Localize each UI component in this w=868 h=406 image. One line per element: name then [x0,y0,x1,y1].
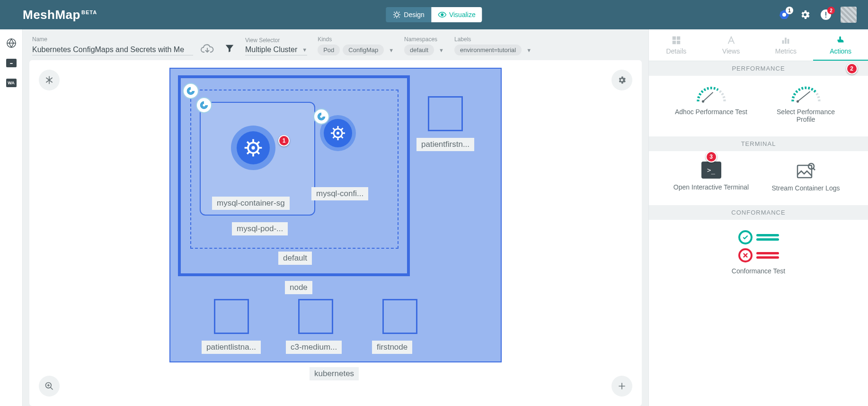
meshery-badge-cm [313,108,329,125]
view-selector[interactable]: Multiple Cluster ▼ [245,45,307,55]
bottom-node-2[interactable] [382,299,417,334]
open-terminal[interactable]: 3 >_ Open Interactive Terminal [673,162,749,192]
svg-rect-17 [677,36,680,40]
zoom-button[interactable] [39,376,60,397]
conformance-body: Conformance Test [649,220,868,288]
ns-chip[interactable]: default [404,45,434,55]
adhoc-perf-test[interactable]: Adhoc Performance Test [673,86,749,123]
kinds-field: Kinds Pod ConfigMap ▼ [318,36,394,55]
filter-icon[interactable] [224,43,235,54]
side-panel: Details Views Metrics Actions PERFORMANC… [648,29,868,406]
helm-wheel-icon [329,125,346,142]
bottom-node-0[interactable] [214,299,249,334]
name-input[interactable] [32,45,193,55]
callout-3: 3 [706,151,717,162]
svg-point-3 [782,13,786,17]
performance-body: Adhoc Performance Test Select Performanc… [649,76,868,136]
tab-actions[interactable]: Actions [813,29,868,61]
callout-1: 1 [278,135,290,146]
kind-chip-pod[interactable]: Pod [318,45,340,55]
cloud-save-icon[interactable] [201,44,214,54]
configmap-label: mysql-confi... [311,187,368,200]
top-bar: MeshMapBETA Design Visualize 1 2 [0,0,868,29]
name-field: Name [32,36,193,55]
secret-node[interactable] [428,96,463,131]
svg-rect-10 [10,63,13,64]
design-mode-button[interactable]: Design [386,7,431,22]
label-chip[interactable]: environment=tutorial [454,45,522,55]
terminal-header: TERMINAL [649,136,868,151]
conformance-header: CONFORMANCE [649,205,868,220]
tab-views[interactable]: Views [704,29,759,61]
pod-label: mysql-pod-... [232,222,288,235]
helm-wheel-icon [243,137,264,158]
chevron-down-icon: ▼ [302,47,307,53]
labels-field: Labels environment=tutorial ▼ [454,36,531,55]
tab-details[interactable]: Details [649,29,704,61]
wasm-icon[interactable]: WA [6,78,17,88]
container-icon[interactable] [237,131,270,164]
conformance-label: Conformance Test [732,267,785,275]
namespaces-selector[interactable]: default ▼ [404,45,444,55]
gear-icon [799,9,811,20]
terminal-body: 3 >_ Open Interactive Terminal Stream Co… [649,151,868,205]
svg-point-15 [337,132,339,135]
canvas-column: Name View Selector Multiple Cluster ▼ Ki… [23,29,648,406]
select-perf-profile[interactable]: Select Performance Profile [768,86,844,123]
gear-icon [617,75,627,85]
svg-rect-25 [797,165,812,178]
bar-chart-icon [780,35,791,45]
svg-rect-21 [785,38,787,44]
open-terminal-label: Open Interactive Terminal [673,183,749,191]
k8s-status-icon[interactable]: 1 [778,9,790,21]
kind-chip-configmap[interactable]: ConfigMap [343,45,384,55]
hand-tap-icon [835,35,846,45]
grid-icon [671,35,682,45]
bottom-node-2-label: firstnode [372,341,412,354]
visualize-mode-button[interactable]: Visualize [431,7,482,22]
svg-rect-19 [677,41,680,44]
swirl-icon [199,100,209,110]
layout-settings-button[interactable] [39,70,60,90]
bottom-node-0-label: patientlistna... [202,341,261,354]
x-icon [742,252,749,259]
configmap-icon[interactable] [324,119,352,147]
stream-logs[interactable]: Stream Container Logs [768,162,844,192]
svg-rect-9 [8,62,15,66]
aperture-icon[interactable] [6,38,17,48]
stream-logs-label: Stream Container Logs [772,184,840,192]
check-icon [742,234,749,241]
svg-rect-8 [7,60,15,62]
meshery-badge-pod [196,97,212,113]
conformance-test[interactable]: Conformance Test [654,230,863,275]
tab-metrics[interactable]: Metrics [759,29,814,61]
tab-bar: Details Views Metrics Actions [649,29,868,61]
kinds-selector[interactable]: Pod ConfigMap ▼ [318,45,394,55]
performance-header: PERFORMANCE 2 [649,61,868,76]
bottom-node-1-label: c3-medium... [286,341,342,354]
gear-ring-icon [392,10,401,19]
brand: MeshMapBETA [23,8,97,22]
archive-icon[interactable] [6,58,17,68]
settings-icon[interactable] [799,9,811,21]
labels-selector[interactable]: environment=tutorial ▼ [454,45,531,55]
select-profile-label: Select Performance Profile [768,108,844,123]
secret-label: patientfirstn... [416,138,474,151]
gauge-icon [789,86,823,103]
svg-rect-18 [673,41,676,44]
bottom-node-1[interactable] [298,299,333,334]
add-button[interactable] [611,376,632,397]
conformance-title: CONFORMANCE [731,209,785,216]
k8s-badge: 1 [786,7,793,14]
tab-metrics-label: Metrics [775,47,797,55]
alert-icon[interactable]: 2 [820,9,832,21]
svg-point-1 [441,14,443,16]
cluster-label: kubernetes [310,367,359,380]
canvas[interactable]: kubernetes node default mysql-pod-... [29,60,642,406]
canvas-settings-button[interactable] [611,70,632,90]
tab-details-label: Details [666,47,686,55]
svg-point-13 [251,146,255,149]
topbar-right: 1 2 [778,7,857,23]
kinds-label: Kinds [318,36,394,43]
avatar[interactable] [841,7,857,23]
